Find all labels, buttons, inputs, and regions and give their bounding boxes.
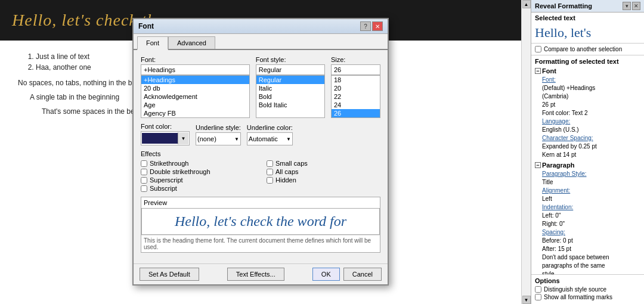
font-list-item[interactable]: Age [141, 101, 249, 109]
panel-controls: ▾ ✕ [623, 2, 640, 10]
dialog-titlebar: Font ? ✕ [134, 19, 388, 34]
double-strikethrough-row: Double strikethrough [141, 168, 255, 175]
para-style-link[interactable]: Paragraph Style: [542, 170, 587, 177]
compare-checkbox[interactable] [535, 46, 541, 52]
font-list-item[interactable]: Acknowledgement [141, 92, 249, 101]
style-list-item[interactable]: Italic [256, 84, 324, 92]
underline-color-label: Underline color: [247, 124, 293, 131]
text-effects-button[interactable]: Text Effects... [227, 268, 284, 281]
color-swatch [142, 133, 178, 144]
underline-dropdown-icon[interactable]: ▼ [234, 137, 239, 142]
font-color-button[interactable]: ▼ [141, 131, 190, 145]
distinguish-checkbox[interactable] [535, 286, 541, 293]
hidden-row: Hidden [267, 176, 380, 184]
font-details-text: (Default) +Headings (Cambria) 26 pt Font… [542, 84, 640, 117]
options-section: Options Distinguish style source Show al… [531, 274, 644, 304]
char-spacing-detail: Expanded by 0.25 pt Kern at 14 pt [542, 142, 640, 159]
panel-close-button[interactable]: ✕ [632, 2, 640, 10]
set-default-button[interactable]: Set As Default [140, 268, 199, 281]
dialog-help-button[interactable]: ? [360, 21, 371, 31]
spacing-detail: Before: 0 pt After: 15 pt Don't add spac… [542, 237, 640, 274]
distinguish-row: Distinguish style source [535, 286, 640, 293]
alignment-link[interactable]: Alignment: [542, 187, 570, 194]
underline-style-label: Underline style: [196, 124, 241, 131]
reveal-formatting-panel: Reveal Formatting ▾ ✕ Selected text Hell… [531, 0, 644, 304]
panel-pin-button[interactable]: ▾ [623, 2, 631, 10]
para-style-detail: Title [542, 178, 640, 187]
language-detail: English (U.S.) [542, 126, 640, 134]
style-list[interactable]: Regular Italic Bold Bold Italic [256, 75, 325, 118]
small-caps-row: Small caps [267, 160, 380, 167]
underline-color-col: Underline color: Automatic ▼ [247, 124, 293, 145]
formatting-scroll[interactable]: − Font Font: (Default) +Headings (Cambri… [531, 66, 644, 274]
hidden-checkbox[interactable] [267, 177, 273, 184]
indentation-link[interactable]: Indentation: [542, 204, 573, 210]
font-group-header: − Font [535, 67, 640, 75]
font-group-label: Font [542, 67, 556, 75]
font-list-item[interactable]: 20 db [141, 84, 249, 92]
scroll-area[interactable]: ▲ ▼ [521, 0, 531, 304]
font-label: Font: [141, 56, 250, 63]
tab-advanced[interactable]: Advanced [168, 36, 215, 49]
font-list-item[interactable]: Agency FB [141, 109, 249, 117]
font-group: − Font Font: (Default) +Headings (Cambri… [535, 67, 640, 159]
font-input[interactable] [141, 64, 250, 75]
superscript-label: Superscript [150, 176, 183, 184]
language-link[interactable]: Language: [542, 118, 570, 125]
font-link[interactable]: Font: [542, 76, 556, 83]
small-caps-checkbox[interactable] [267, 160, 273, 167]
size-input[interactable] [331, 64, 380, 75]
effects-grid: Strikethrough Small caps Double striketh… [141, 160, 380, 192]
show-marks-checkbox[interactable] [535, 294, 541, 300]
subscript-checkbox[interactable] [141, 185, 147, 192]
selected-text-preview: Hello, let's [531, 23, 644, 44]
color-dropdown-icon[interactable]: ▼ [178, 132, 188, 144]
tab-font[interactable]: Font [137, 36, 168, 50]
preview-box: Hello, let's check the word for [141, 208, 380, 235]
font-dialog: Font ? ✕ Font Advanced Font: +Headi [132, 18, 389, 286]
size-list-item[interactable]: 22 [332, 92, 380, 101]
paragraph-group: − Paragraph Paragraph Style: Title Align… [535, 162, 640, 274]
effects-section: Effects Strikethrough Small caps Doub [141, 150, 380, 192]
indentation-detail: Left: 0" Right: 0" [542, 212, 640, 228]
size-col: Size: 18 20 22 24 26 [331, 56, 380, 118]
font-style-size-row: Font: +Headings 20 db Acknowledgement Ag… [141, 56, 380, 118]
strikethrough-checkbox[interactable] [141, 160, 147, 167]
subscript-label: Subscript [150, 185, 177, 192]
style-list-item-selected[interactable]: Regular [256, 76, 324, 84]
font-list-item-selected[interactable]: +Headings [141, 76, 249, 84]
superscript-checkbox[interactable] [141, 177, 147, 184]
spacing-link[interactable]: Spacing: [542, 229, 565, 235]
font-collapse-icon[interactable]: − [535, 68, 541, 74]
hidden-label: Hidden [275, 176, 296, 184]
style-label: Font style: [256, 56, 325, 63]
font-color-underline-row: Font color: ▼ Underline style: (none) ▼ [141, 123, 380, 145]
double-strikethrough-checkbox[interactable] [141, 169, 147, 175]
size-list-item[interactable]: 20 [332, 84, 380, 92]
paragraph-collapse-icon[interactable]: − [535, 162, 541, 168]
underline-color-dropdown-icon[interactable]: ▼ [286, 137, 291, 142]
size-list-item[interactable]: 24 [332, 101, 380, 109]
compare-label: Compare to another selection [544, 46, 622, 52]
font-list[interactable]: +Headings 20 db Acknowledgement Age Agen… [141, 75, 250, 118]
footer-right-buttons: OK Cancel [312, 268, 382, 281]
font-col: Font: +Headings 20 db Acknowledgement Ag… [141, 56, 250, 118]
show-marks-label: Show all formatting marks [544, 294, 612, 300]
char-spacing-link[interactable]: Character Spacing: [542, 135, 593, 141]
scroll-down-button[interactable]: ▼ [522, 296, 531, 304]
style-input[interactable] [256, 64, 325, 75]
all-caps-checkbox[interactable] [267, 169, 273, 175]
ok-button[interactable]: OK [312, 268, 340, 281]
style-list-item[interactable]: Bold [256, 92, 324, 101]
font-detail: Font: (Default) +Headings (Cambria) 26 p… [535, 76, 640, 159]
distinguish-label: Distinguish style source [544, 286, 606, 293]
cancel-button[interactable]: Cancel [343, 268, 382, 281]
dialog-close-button[interactable]: ✕ [372, 21, 383, 31]
size-list-item-selected[interactable]: 26 [332, 109, 380, 117]
style-list-item[interactable]: Bold Italic [256, 101, 324, 109]
size-list-item[interactable]: 18 [332, 76, 380, 84]
scroll-up-button[interactable]: ▲ [522, 0, 531, 8]
strikethrough-row: Strikethrough [141, 160, 255, 167]
paragraph-group-label: Paragraph [542, 162, 574, 169]
size-list[interactable]: 18 20 22 24 26 [331, 75, 380, 118]
